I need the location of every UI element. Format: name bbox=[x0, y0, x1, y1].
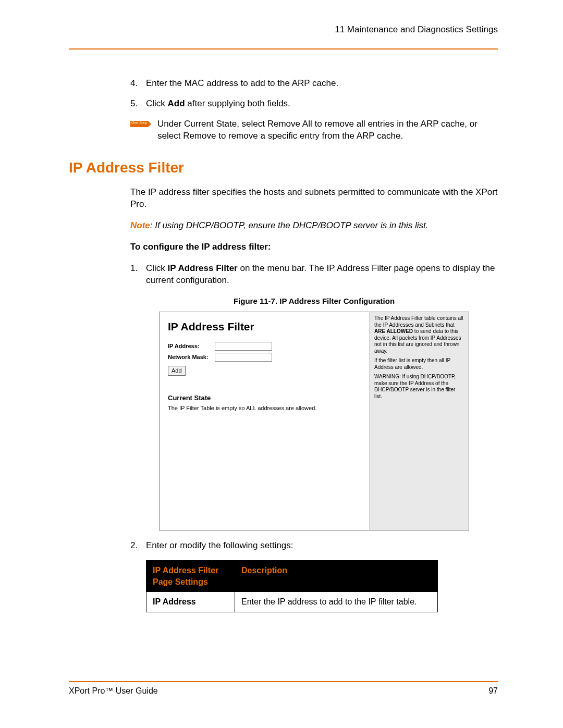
step-number: 4. bbox=[130, 78, 146, 90]
current-state-text: The IP Filter Table is empty so ALL addr… bbox=[168, 404, 361, 412]
table-header-row: IP Address Filter Page Settings Descript… bbox=[146, 561, 438, 592]
one-step-tip: One Step Under Current State, select Rem… bbox=[130, 118, 498, 142]
table-header: Description bbox=[235, 561, 438, 592]
help-paragraph: The IP Address Filter table contains all… bbox=[374, 315, 464, 354]
mock-title: IP Address Filter bbox=[168, 319, 361, 334]
ip-address-label: IP Address: bbox=[168, 342, 215, 350]
text-fragment: Click bbox=[146, 98, 168, 108]
chip-label: One Step bbox=[131, 120, 147, 125]
note-paragraph: Note: If using DHCP/BOOTP, ensure the DH… bbox=[130, 220, 498, 232]
table-header: IP Address Filter Page Settings bbox=[146, 561, 235, 592]
network-mask-label: Network Mask: bbox=[168, 353, 215, 361]
bold-text: ARE ALLOWED bbox=[374, 328, 413, 334]
ip-address-row: IP Address: bbox=[168, 342, 361, 351]
text-fragment: after supplying both fields. bbox=[185, 98, 290, 108]
footer-rule bbox=[69, 681, 498, 682]
figure-caption: Figure 11-7. IP Address Filter Configura… bbox=[130, 296, 498, 306]
note-label: Note bbox=[130, 220, 150, 230]
step-1: 1. Click IP Address Filter on the menu b… bbox=[130, 263, 498, 287]
one-step-icon: One Step bbox=[130, 121, 148, 127]
current-state-heading: Current State bbox=[168, 393, 361, 403]
table-row: IP Address Enter the IP address to add t… bbox=[146, 592, 438, 612]
mock-help-panel: The IP Address Filter table contains all… bbox=[370, 312, 469, 530]
bold-text: IP Address Filter bbox=[168, 263, 238, 273]
step-4: 4. Enter the MAC address to add to the A… bbox=[130, 78, 498, 90]
mock-main-panel: IP Address Filter IP Address: Network Ma… bbox=[160, 312, 370, 530]
continued-steps: 4. Enter the MAC address to add to the A… bbox=[130, 78, 498, 142]
header-rule bbox=[69, 48, 498, 50]
note-text: : If using DHCP/BOOTP, ensure the DHCP/B… bbox=[150, 220, 429, 230]
page-footer: XPort Pro™ User Guide 97 bbox=[69, 681, 498, 697]
chapter-header: 11 Maintenance and Diagnostics Settings bbox=[69, 24, 498, 36]
footer-row: XPort Pro™ User Guide 97 bbox=[69, 685, 498, 697]
step-text: Click IP Address Filter on the menu bar.… bbox=[146, 263, 498, 287]
step-text: Enter the MAC address to add to the ARP … bbox=[146, 78, 498, 90]
add-button[interactable]: Add bbox=[168, 366, 186, 376]
step-number: 2. bbox=[130, 540, 146, 552]
step-number: 1. bbox=[130, 263, 146, 287]
text-fragment: Click bbox=[146, 263, 168, 273]
bold-text: Add bbox=[168, 98, 185, 108]
step-text: Click Add after supplying both fields. bbox=[146, 98, 498, 110]
step-5: 5. Click Add after supplying both fields… bbox=[130, 98, 498, 110]
section-body: The IP address filter specifies the host… bbox=[130, 187, 498, 612]
figure-screenshot: IP Address Filter IP Address: Network Ma… bbox=[159, 312, 469, 530]
tip-text: Under Current State, select Remove All t… bbox=[157, 118, 498, 142]
network-mask-input[interactable] bbox=[215, 353, 272, 362]
footer-guide-title: XPort Pro™ User Guide bbox=[69, 685, 158, 697]
step-number: 5. bbox=[130, 98, 146, 110]
intro-paragraph: The IP address filter specifies the host… bbox=[130, 187, 498, 211]
setting-name: IP Address bbox=[146, 592, 235, 612]
configure-heading: To configure the IP address filter: bbox=[130, 241, 498, 253]
help-paragraph: If the filter list is empty then all IP … bbox=[374, 357, 464, 371]
page-content: 11 Maintenance and Diagnostics Settings … bbox=[69, 24, 498, 676]
help-paragraph: WARNING: If using DHCP/BOOTP, make sure … bbox=[374, 374, 464, 400]
ip-address-input[interactable] bbox=[215, 342, 272, 351]
settings-table: IP Address Filter Page Settings Descript… bbox=[146, 560, 438, 612]
network-mask-row: Network Mask: bbox=[168, 353, 361, 362]
step-2: 2. Enter or modify the following setting… bbox=[130, 540, 498, 552]
text-fragment: The IP Address Filter table contains all… bbox=[374, 315, 463, 328]
page-number: 97 bbox=[488, 685, 498, 697]
section-heading: IP Address Filter bbox=[69, 158, 498, 178]
step-text: Enter or modify the following settings: bbox=[146, 540, 498, 552]
setting-description: Enter the IP address to add to the IP fi… bbox=[235, 592, 438, 612]
